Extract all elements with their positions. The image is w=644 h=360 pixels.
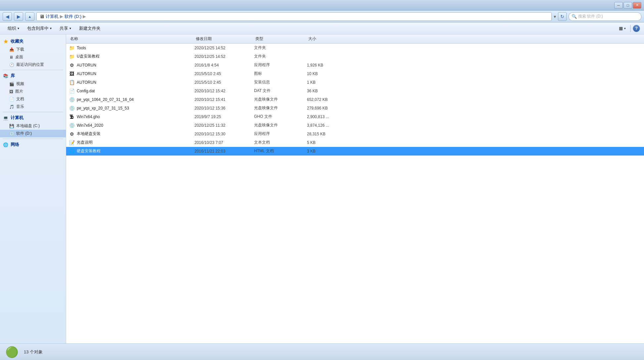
file-name-12: 硬盘安装教程 <box>77 148 101 154</box>
col-type[interactable]: 类型 <box>254 36 307 42</box>
table-row[interactable]: 🌐 硬盘安装教程 2016/11/21 22:03 HTML 文档 3 KB <box>66 147 644 156</box>
table-row[interactable]: 📁 Tools 2020/12/25 14:52 文件夹 <box>66 44 644 52</box>
file-icon-7: 💿 <box>69 105 75 111</box>
divider-3 <box>3 139 63 139</box>
file-date-1: 2020/12/25 14:52 <box>194 54 254 59</box>
file-name-7: pe_yqs_xp_20_07_31_15_53 <box>77 106 129 111</box>
col-size[interactable]: 大小 <box>307 36 353 42</box>
share-button[interactable]: 共享 <box>56 24 75 33</box>
file-icon-6: 💿 <box>69 97 75 103</box>
column-headers: 名称 修改日期 类型 大小 <box>66 34 644 44</box>
sidebar-computer-section: 💻 计算机 💾 本地磁盘 (C:) 💿 软件 (D:) <box>0 113 66 137</box>
sidebar-music-label: 音乐 <box>16 104 24 110</box>
table-row[interactable]: ⚙ 本地硬盘安装 2020/10/12 15:30 应用程序 28,315 KB <box>66 130 644 138</box>
include-library-button[interactable]: 包含到库中 <box>23 24 55 33</box>
search-icon: 🔍 <box>572 14 577 19</box>
file-icon-2: ⚙ <box>69 62 75 68</box>
sidebar-item-music[interactable]: 🎵 音乐 <box>0 103 66 111</box>
sidebar-favorites-header[interactable]: ★ 收藏夹 <box>0 37 66 46</box>
library-icon: 📚 <box>3 73 9 79</box>
file-type-3: 图标 <box>254 71 307 76</box>
file-type-9: 光盘映像文件 <box>254 122 307 128</box>
sidebar-item-documents[interactable]: 📄 文档 <box>0 95 66 103</box>
sidebar-desktop-label: 桌面 <box>15 54 23 60</box>
help-button[interactable]: ? <box>633 25 640 32</box>
file-name-1: U盘安装教程 <box>77 54 100 59</box>
table-row[interactable]: 📄 Config.dat 2020/10/12 15:42 DAT 文件 36 … <box>66 87 644 95</box>
file-type-6: 光盘映像文件 <box>254 97 307 102</box>
table-row[interactable]: 📋 AUTORUN 2015/5/10 2:45 安装信息 1 KB <box>66 78 644 87</box>
file-name-5: Config.dat <box>77 89 95 93</box>
pictures-icon: 🖼 <box>9 89 13 94</box>
up-button[interactable]: ▲ <box>25 12 34 21</box>
title-bar: ─ □ ✕ <box>0 0 644 11</box>
breadcrumb-icon: 🖥 <box>39 14 44 19</box>
file-date-6: 2020/10/12 15:41 <box>194 97 254 102</box>
file-icon-8: 🗜 <box>69 114 75 120</box>
sidebar-item-drive-d[interactable]: 💿 软件 (D:) <box>0 130 66 137</box>
organize-button[interactable]: 组织 <box>4 24 23 33</box>
sidebar-item-desktop[interactable]: 🖥 桌面 <box>0 53 66 61</box>
col-name[interactable]: 名称 <box>69 36 194 42</box>
file-date-7: 2020/10/12 15:36 <box>194 106 254 111</box>
sidebar-item-downloads[interactable]: 📥 下载 <box>0 46 66 53</box>
file-date-4: 2015/5/10 2:45 <box>194 80 254 85</box>
sidebar-computer-header[interactable]: 💻 计算机 <box>0 113 66 122</box>
documents-icon: 📄 <box>9 97 14 102</box>
file-icon-12: 🌐 <box>69 148 75 154</box>
sidebar-library-header[interactable]: 📚 库 <box>0 71 66 80</box>
drive-d-icon: 💿 <box>9 131 14 136</box>
file-date-3: 2015/5/10 2:45 <box>194 71 254 76</box>
music-icon: 🎵 <box>9 105 14 109</box>
breadcrumb-drive[interactable]: 软件 (D:) <box>64 14 81 20</box>
file-type-7: 光盘映像文件 <box>254 105 307 111</box>
file-icon-0: 📁 <box>69 45 75 51</box>
table-row[interactable]: ⚙ AUTORUN 2016/1/8 4:54 应用程序 1,926 KB <box>66 61 644 69</box>
maximize-button[interactable]: □ <box>623 2 632 9</box>
file-size-9: 3,874,126 ... <box>307 123 353 128</box>
back-button[interactable]: ◀ <box>3 12 12 21</box>
file-type-2: 应用程序 <box>254 62 307 68</box>
view-button[interactable]: ▦ ▾ <box>617 24 628 33</box>
sidebar-pictures-label: 图片 <box>15 89 23 94</box>
close-button[interactable]: ✕ <box>633 2 641 9</box>
sidebar-item-recent[interactable]: 🕐 最近访问的位置 <box>0 61 66 68</box>
table-row[interactable]: 📁 U盘安装教程 2020/12/25 14:52 文件夹 <box>66 52 644 61</box>
sidebar-item-drive-c[interactable]: 💾 本地磁盘 (C:) <box>0 122 66 130</box>
sidebar-favorites-section: ★ 收藏夹 📥 下载 🖥 桌面 🕐 最近访问的位置 <box>0 37 66 68</box>
table-row[interactable]: 🖼 AUTORUN 2015/5/10 2:45 图标 10 KB <box>66 69 644 78</box>
file-list: 📁 Tools 2020/12/25 14:52 文件夹 📁 U盘安装教程 20… <box>66 44 644 343</box>
file-type-11: 文本文档 <box>254 140 307 145</box>
sidebar-item-videos[interactable]: 🎬 视频 <box>0 80 66 88</box>
file-name-3: AUTORUN <box>77 71 96 76</box>
file-date-8: 2019/9/7 19:25 <box>194 114 254 119</box>
file-name-0: Tools <box>77 46 86 50</box>
minimize-button[interactable]: ─ <box>614 2 623 9</box>
sidebar-network-header[interactable]: 🌐 网络 <box>0 140 66 149</box>
col-modified[interactable]: 修改日期 <box>194 36 254 42</box>
divider-1 <box>3 70 63 70</box>
file-date-12: 2016/11/21 22:03 <box>194 149 254 154</box>
main-layout: ★ 收藏夹 📥 下载 🖥 桌面 🕐 最近访问的位置 <box>0 34 644 343</box>
table-row[interactable]: 💿 pe_yqs_xp_20_07_31_15_53 2020/10/12 15… <box>66 104 644 112</box>
file-type-4: 安装信息 <box>254 79 307 85</box>
status-app-icon: 🟢 <box>5 346 19 358</box>
sidebar-drive-d-label: 软件 (D:) <box>16 131 32 136</box>
new-folder-button[interactable]: 新建文件夹 <box>75 24 104 33</box>
table-row[interactable]: 📝 光盘说明 2016/10/23 7:07 文本文档 5 KB <box>66 138 644 147</box>
search-box[interactable]: 🔍 搜索 软件 (D:) <box>569 12 641 21</box>
table-row[interactable]: 🗜 Win7x64.gho 2019/9/7 19:25 GHO 文件 2,90… <box>66 112 644 121</box>
sidebar: ★ 收藏夹 📥 下载 🖥 桌面 🕐 最近访问的位置 <box>0 34 66 343</box>
computer-icon: 💻 <box>3 115 9 121</box>
sidebar-downloads-label: 下载 <box>16 47 24 52</box>
breadcrumb-computer[interactable]: 计算机 <box>46 14 59 20</box>
forward-button[interactable]: ▶ <box>14 12 23 21</box>
table-row[interactable]: 💿 Win7x64_2020 2020/12/25 11:32 光盘映像文件 3… <box>66 121 644 130</box>
file-list-inner: 📁 Tools 2020/12/25 14:52 文件夹 📁 U盘安装教程 20… <box>66 44 644 156</box>
file-icon-11: 📝 <box>69 140 75 146</box>
table-row[interactable]: 💿 pe_yqs_1064_20_07_31_16_04 2020/10/12 … <box>66 95 644 104</box>
refresh-button[interactable]: ↻ <box>558 12 567 21</box>
dropdown-arrow-button[interactable]: ▾ <box>554 14 556 19</box>
sidebar-item-pictures[interactable]: 🖼 图片 <box>0 88 66 95</box>
breadcrumb: 🖥 计算机 ▶ 软件 (D:) ▶ <box>36 12 552 21</box>
